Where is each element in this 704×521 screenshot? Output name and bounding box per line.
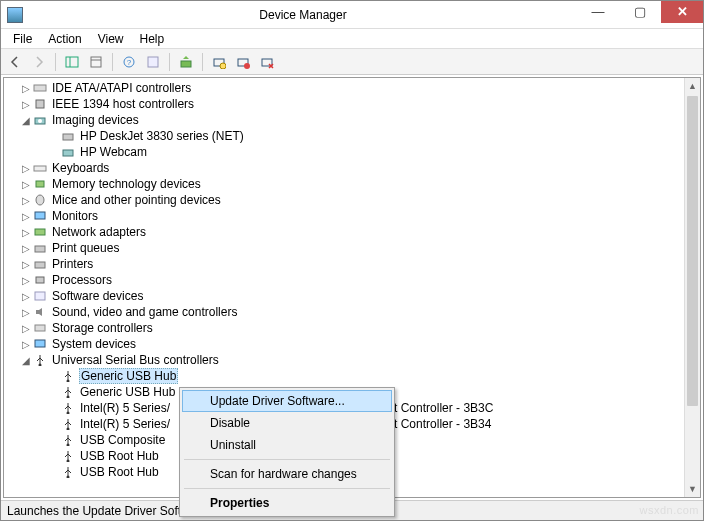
chip-icon (32, 177, 48, 191)
scroll-up-icon[interactable]: ▲ (685, 78, 700, 94)
toolbar-separator (55, 53, 56, 71)
update-driver-button[interactable] (176, 52, 196, 72)
menu-view[interactable]: View (90, 30, 132, 48)
svg-rect-7 (181, 61, 191, 67)
window-title: Device Manager (29, 8, 577, 22)
tree-node-hpwebcam[interactable]: ·HP Webcam (4, 144, 700, 160)
svg-rect-0 (66, 57, 78, 67)
mouse-icon (32, 193, 48, 207)
expand-icon[interactable]: ▷ (20, 211, 32, 222)
expand-icon[interactable]: ▷ (20, 259, 32, 270)
svg-rect-20 (36, 181, 44, 187)
camera-icon (60, 145, 76, 159)
ctx-uninstall[interactable]: Uninstall (182, 434, 392, 456)
svg-point-21 (36, 195, 44, 205)
expand-icon[interactable]: ▷ (20, 179, 32, 190)
usb-icon (60, 369, 76, 383)
tree-node-imaging[interactable]: ◢Imaging devices (4, 112, 700, 128)
forward-button[interactable] (29, 52, 49, 72)
ctx-properties[interactable]: Properties (182, 492, 392, 514)
tree-node-netadapters[interactable]: ▷Network adapters (4, 224, 700, 240)
tree-node-ieee1394[interactable]: ▷IEEE 1394 host controllers (4, 96, 700, 112)
tree-node-processors[interactable]: ▷Processors (4, 272, 700, 288)
svg-rect-24 (35, 246, 45, 252)
monitor-icon (32, 209, 48, 223)
expand-icon[interactable]: ▷ (20, 83, 32, 94)
svg-point-9 (220, 63, 226, 69)
tree-node-usb[interactable]: ◢Universal Serial Bus controllers (4, 352, 700, 368)
scan-hardware-button[interactable] (209, 52, 229, 72)
svg-rect-19 (34, 166, 46, 171)
minimize-button[interactable]: — (577, 1, 619, 23)
ctx-separator (184, 459, 390, 460)
tree-node-printqueues[interactable]: ▷Print queues (4, 240, 700, 256)
storage-icon (32, 321, 48, 335)
svg-rect-23 (35, 229, 45, 235)
scroll-thumb[interactable] (687, 96, 698, 406)
svg-point-16 (38, 119, 42, 123)
keyboard-icon (32, 161, 48, 175)
ctx-scan-hardware[interactable]: Scan for hardware changes (182, 463, 392, 485)
expand-icon[interactable]: ▷ (20, 163, 32, 174)
expand-icon[interactable]: ▷ (20, 275, 32, 286)
menu-action[interactable]: Action (40, 30, 89, 48)
ieee1394-icon (32, 97, 48, 111)
tree-node-software[interactable]: ▷Software devices (4, 288, 700, 304)
svg-rect-17 (63, 134, 73, 140)
usb-icon (60, 385, 76, 399)
ctx-disable[interactable]: Disable (182, 412, 392, 434)
svg-point-32 (67, 396, 70, 399)
tree-node-mice[interactable]: ▷Mice and other pointing devices (4, 192, 700, 208)
vertical-scrollbar[interactable]: ▲ ▼ (684, 78, 700, 497)
expand-icon[interactable]: ▷ (20, 243, 32, 254)
ctx-update-driver[interactable]: Update Driver Software... (182, 390, 392, 412)
tree-node-hp3830[interactable]: ·HP DeskJet 3830 series (NET) (4, 128, 700, 144)
toolbar-icon[interactable] (143, 52, 163, 72)
tree-node-generic-usb-hub-1[interactable]: ·Generic USB Hub (4, 368, 700, 384)
expand-icon[interactable]: ▷ (20, 99, 32, 110)
scroll-down-icon[interactable]: ▼ (685, 481, 700, 497)
show-hide-tree-button[interactable] (62, 52, 82, 72)
close-button[interactable]: ✕ (661, 1, 703, 23)
expand-icon[interactable]: ▷ (20, 291, 32, 302)
collapse-icon[interactable]: ◢ (20, 115, 32, 126)
tree-node-sound[interactable]: ▷Sound, video and game controllers (4, 304, 700, 320)
app-icon (7, 7, 23, 23)
svg-rect-29 (35, 340, 45, 347)
tree-node-monitors[interactable]: ▷Monitors (4, 208, 700, 224)
tree-node-ide[interactable]: ▷IDE ATA/ATAPI controllers (4, 80, 700, 96)
svg-rect-25 (35, 262, 45, 268)
uninstall-button[interactable] (233, 52, 253, 72)
expand-icon[interactable]: ▷ (20, 227, 32, 238)
maximize-button[interactable]: ▢ (619, 1, 661, 23)
menu-help[interactable]: Help (132, 30, 173, 48)
usb-icon (60, 401, 76, 415)
tree-node-sysdevices[interactable]: ▷System devices (4, 336, 700, 352)
help-button[interactable]: ? (119, 52, 139, 72)
expand-icon[interactable]: ▷ (20, 323, 32, 334)
tree-node-printers[interactable]: ▷Printers (4, 256, 700, 272)
svg-point-30 (39, 364, 42, 367)
expand-icon[interactable]: ▷ (20, 307, 32, 318)
svg-rect-13 (34, 85, 46, 91)
disable-button[interactable] (257, 52, 277, 72)
toolbar: ? (1, 49, 703, 75)
properties-button[interactable] (86, 52, 106, 72)
tree-node-storage[interactable]: ▷Storage controllers (4, 320, 700, 336)
window-buttons: — ▢ ✕ (577, 1, 703, 23)
usb-icon (60, 465, 76, 479)
menu-file[interactable]: File (5, 30, 40, 48)
expand-icon[interactable]: ▷ (20, 339, 32, 350)
svg-rect-28 (35, 325, 45, 331)
tree-node-keyboards[interactable]: ▷Keyboards (4, 160, 700, 176)
svg-point-33 (67, 412, 70, 415)
back-button[interactable] (5, 52, 25, 72)
svg-point-34 (67, 428, 70, 431)
tree-node-memtech[interactable]: ▷Memory technology devices (4, 176, 700, 192)
expand-icon[interactable]: ▷ (20, 195, 32, 206)
svg-rect-26 (36, 277, 44, 283)
svg-point-35 (67, 444, 70, 447)
menubar: File Action View Help (1, 29, 703, 49)
usb-icon (32, 353, 48, 367)
collapse-icon[interactable]: ◢ (20, 355, 32, 366)
